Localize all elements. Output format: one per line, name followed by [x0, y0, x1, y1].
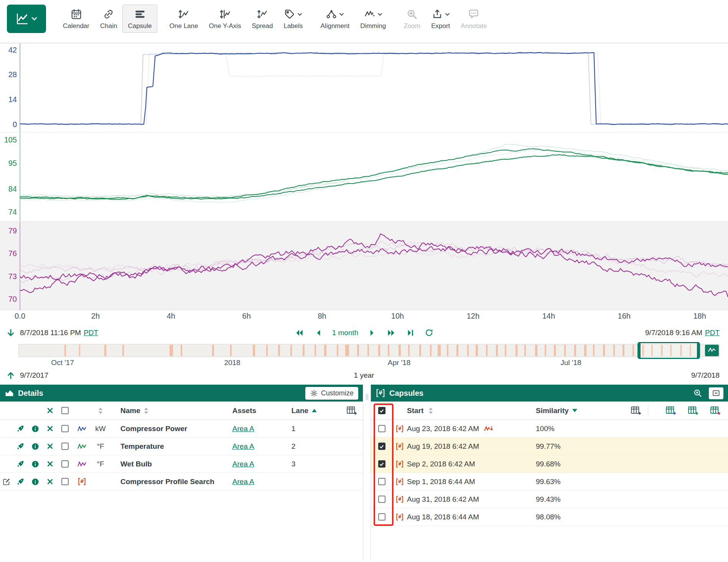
info-icon[interactable]: [31, 425, 39, 433]
range-duration-button[interactable]: 1 month: [332, 329, 359, 337]
details-table-row[interactable]: Compressor Profile Search Area A: [0, 473, 363, 491]
y-axis-tick: 73: [0, 272, 17, 281]
column-header-start[interactable]: Start: [407, 407, 536, 415]
remove-all-button[interactable]: [47, 407, 53, 414]
sort-icon-column-button[interactable]: [98, 407, 103, 415]
trend-view-dropdown[interactable]: [7, 5, 46, 33]
lane-temperature[interactable]: 105958474: [0, 132, 728, 221]
toolbar-chain-button[interactable]: Chain: [95, 5, 122, 33]
unit-label: °F: [91, 460, 110, 468]
item-name: Compressor Power: [110, 425, 232, 433]
customize-button[interactable]: Customize: [305, 387, 358, 400]
column-header-name[interactable]: Name: [110, 407, 232, 415]
toolbar-one-lane-label: One Lane: [170, 22, 198, 30]
toolbar-dimming-button[interactable]: Dimming: [355, 5, 391, 33]
shrink-range-button[interactable]: [5, 370, 16, 381]
step-to-end-button[interactable]: [404, 327, 416, 339]
info-icon[interactable]: [31, 443, 39, 450]
toolbar-labels-label: Labels: [283, 22, 303, 30]
details-table-row[interactable]: °F Temperature Area A 2: [0, 438, 363, 455]
trend-chart-icon: [16, 12, 29, 25]
rocket-icon[interactable]: [16, 478, 25, 486]
step-back-button[interactable]: [313, 327, 324, 339]
capsule-row[interactable]: Sep 2, 2018 6:42 AM 99.68%: [371, 455, 728, 473]
y-axis-tick: 84: [0, 184, 17, 193]
rocket-icon[interactable]: [16, 425, 25, 433]
row-checkbox[interactable]: [61, 460, 69, 468]
capsule-row[interactable]: Aug 23, 2018 6:42 AM 100%: [371, 420, 728, 438]
row-checkbox[interactable]: [61, 443, 69, 450]
expand-range-start-button[interactable]: [5, 327, 16, 338]
asset-link[interactable]: Area A: [232, 425, 254, 433]
details-table-row[interactable]: °F Wet Bulb Area A 3: [0, 455, 363, 473]
info-icon[interactable]: [31, 460, 39, 468]
column-header-similarity[interactable]: Similarity: [536, 407, 630, 415]
overview-selection[interactable]: [638, 342, 699, 359]
step-forward-button[interactable]: [366, 327, 377, 339]
range-start-timezone-link[interactable]: PDT: [84, 329, 98, 337]
overview-capsule-mark: [212, 345, 214, 356]
toolbar-alignment-button[interactable]: Alignment: [315, 5, 355, 33]
rocket-icon[interactable]: [16, 460, 25, 468]
toolbar-spread-button[interactable]: Spread: [247, 5, 278, 33]
row-checkbox[interactable]: [61, 478, 69, 485]
calendar-icon: [71, 8, 82, 20]
capsule-row[interactable]: Aug 31, 2018 6:42 AM 99.43%: [371, 491, 728, 508]
capsule-checkbox[interactable]: [378, 496, 385, 503]
step-back-half-button[interactable]: [294, 327, 305, 339]
lane-number: 2: [286, 442, 324, 451]
lane-wet-bulb[interactable]: 79767370: [0, 221, 728, 310]
select-all-checkbox[interactable]: [61, 407, 69, 414]
remove-icon[interactable]: [47, 478, 53, 485]
asset-link[interactable]: Area A: [232, 478, 254, 486]
rocket-icon[interactable]: [16, 442, 25, 450]
lane-compressor-power[interactable]: 4228140: [0, 43, 728, 132]
refresh-button[interactable]: [423, 327, 434, 338]
step-forward-half-button[interactable]: [385, 327, 397, 339]
add-property-column-button[interactable]: [710, 405, 721, 416]
capsule-checkbox[interactable]: [378, 460, 385, 468]
edit-icon[interactable]: [2, 478, 11, 486]
overview-bar[interactable]: [18, 344, 720, 357]
capsule-row[interactable]: Aug 19, 2018 6:42 AM 99.77%: [371, 438, 728, 455]
toolbar-export-button[interactable]: Export: [426, 5, 455, 33]
capsule-checkbox[interactable]: [378, 478, 385, 485]
capsule-checkbox[interactable]: [378, 443, 385, 450]
overview-capsule-toggle-button[interactable]: [705, 345, 719, 356]
item-name: Compressor Profile Search: [110, 478, 232, 486]
add-capsule-column-button[interactable]: [630, 405, 642, 416]
toolbar-calendar-button[interactable]: Calendar: [58, 5, 95, 33]
capsule-checkbox[interactable]: [378, 513, 385, 521]
select-all-capsules-checkbox[interactable]: [378, 407, 385, 414]
row-checkbox[interactable]: [61, 425, 69, 432]
range-end-timezone-link[interactable]: PDT: [705, 329, 720, 337]
details-table-row[interactable]: kW Compressor Power Area A 1: [0, 420, 363, 438]
zoom-to-capsule-button[interactable]: [690, 387, 705, 399]
toolbar-one-lane-button[interactable]: One Lane: [164, 5, 204, 33]
remove-icon[interactable]: [47, 443, 53, 450]
add-condition-stat-column-button[interactable]: [687, 405, 699, 416]
capsule-row[interactable]: Sep 1, 2018 6:44 AM 99.63%: [371, 473, 728, 491]
y-axis-tick: 79: [0, 226, 17, 235]
asset-link[interactable]: Area A: [232, 442, 254, 451]
remove-icon[interactable]: [47, 461, 53, 467]
collapse-panel-button[interactable]: [709, 387, 723, 399]
overview-date-label: Apr '18: [388, 359, 411, 367]
toolbar-one-y-axis-button[interactable]: One Y-Axis: [203, 5, 246, 33]
toolbar-labels-button[interactable]: Labels: [278, 5, 308, 33]
panel-resize-handle[interactable]: [363, 385, 371, 560]
x-axis-tick: 10h: [391, 312, 404, 321]
info-icon[interactable]: [31, 478, 39, 486]
add-column-button[interactable]: [346, 405, 357, 416]
column-header-lane[interactable]: Lane: [286, 407, 324, 415]
column-header-assets[interactable]: Assets: [232, 407, 286, 415]
overview-capsule-mark: [516, 345, 517, 356]
asset-link[interactable]: Area A: [232, 460, 254, 468]
capsule-checkbox[interactable]: [378, 425, 385, 432]
add-signal-stat-column-button[interactable]: [665, 405, 677, 416]
toolbar-capsule-button[interactable]: Capsule: [122, 5, 157, 33]
condition-icon: [395, 478, 404, 486]
capsule-row[interactable]: Aug 18, 2018 6:44 AM 98.08%: [371, 508, 728, 526]
remove-icon[interactable]: [47, 425, 53, 432]
overview-capsule-mark: [476, 345, 478, 356]
